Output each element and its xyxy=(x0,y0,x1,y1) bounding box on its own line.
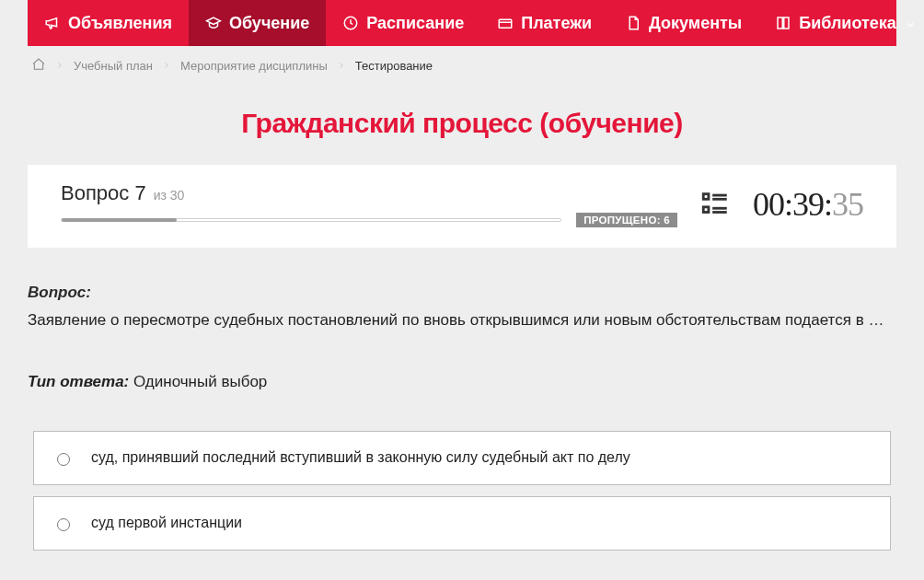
svg-rect-2 xyxy=(703,194,709,200)
doc-icon xyxy=(625,15,641,31)
breadcrumb-current: Тестирование xyxy=(355,59,433,73)
question-word: Вопрос 7 xyxy=(61,181,146,205)
nav-label: Платежи xyxy=(521,14,592,33)
nav-label: Обучение xyxy=(229,14,309,33)
question-of: из 30 xyxy=(154,188,185,203)
breadcrumb-item[interactable]: Мероприятие дисциплины xyxy=(180,59,328,73)
answer-option[interactable]: суд, принявший последний вступивший в за… xyxy=(33,431,891,485)
svg-rect-5 xyxy=(703,207,709,213)
timer-main: 00:39: xyxy=(753,185,832,224)
answer-type-value: Одиночный выбор xyxy=(133,373,267,390)
question-number: 7 xyxy=(134,181,145,204)
chevron-right-icon xyxy=(162,59,171,73)
megaphone-icon xyxy=(44,15,61,31)
timer: 00:39:35 xyxy=(753,185,863,224)
progress-fill xyxy=(62,218,177,222)
skipped-badge: ПРОПУЩЕНО: 6 xyxy=(576,213,677,227)
answer-type-label: Тип ответа: xyxy=(28,373,129,390)
timer-seconds: 35 xyxy=(832,185,863,224)
nav-schedule[interactable]: Расписание xyxy=(326,0,480,46)
grad-cap-icon xyxy=(205,15,222,31)
nav-payments[interactable]: Платежи xyxy=(480,0,608,46)
chevron-right-icon xyxy=(55,59,64,73)
nav-label: Объявления xyxy=(68,14,172,33)
top-nav: Объявления Обучение Расписание Платежи xyxy=(28,0,896,46)
answer-text: суд первой инстанции xyxy=(91,512,242,535)
nav-documents[interactable]: Документы xyxy=(608,0,758,46)
progress-bar xyxy=(61,218,561,222)
answer-options: суд, принявший последний вступивший в за… xyxy=(33,431,891,551)
status-panel: Вопрос 7 из 30 ПРОПУЩЕНО: 6 xyxy=(28,165,896,248)
question-text: Заявление о пересмотре судебных постанов… xyxy=(28,308,896,332)
breadcrumb-item[interactable]: Учебный план xyxy=(74,59,153,73)
chevron-down-icon xyxy=(904,17,917,29)
home-icon[interactable] xyxy=(31,57,46,75)
answer-text: суд, принявший последний вступивший в за… xyxy=(91,447,630,470)
question-list-icon[interactable] xyxy=(699,189,731,220)
nav-announcements[interactable]: Объявления xyxy=(28,0,189,46)
of-word: из xyxy=(154,188,167,203)
breadcrumb: Учебный план Мероприятие дисциплины Тест… xyxy=(28,46,896,86)
nav-label: Библиотека xyxy=(799,14,896,33)
question-total: 30 xyxy=(170,188,185,203)
chevron-right-icon xyxy=(337,59,346,73)
nav-learning[interactable]: Обучение xyxy=(189,0,326,46)
nav-label: Расписание xyxy=(366,14,464,33)
answer-option[interactable]: суд первой инстанции xyxy=(33,496,891,551)
answer-radio[interactable] xyxy=(57,453,70,466)
payment-icon xyxy=(497,15,514,31)
question-heading: Вопрос: xyxy=(28,281,896,305)
book-icon xyxy=(775,15,791,31)
nav-label: Документы xyxy=(649,14,742,33)
question-word-text: Вопрос xyxy=(61,181,129,204)
svg-rect-1 xyxy=(499,19,512,28)
nav-library[interactable]: Библиотека xyxy=(758,0,924,46)
clock-icon xyxy=(342,15,359,31)
page-title: Гражданский процесс (обучение) xyxy=(28,108,896,139)
answer-radio[interactable] xyxy=(57,518,70,531)
